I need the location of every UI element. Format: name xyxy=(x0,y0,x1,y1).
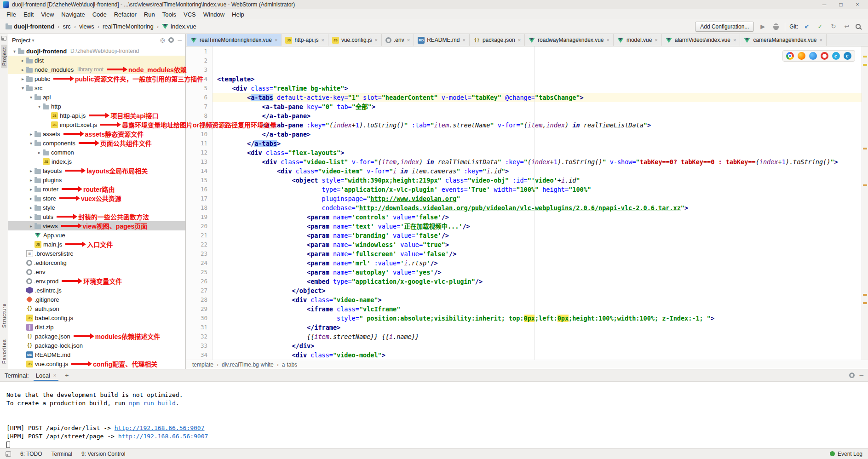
project-panel-title[interactable]: Project xyxy=(12,37,30,44)
stripe-mark[interactable] xyxy=(863,302,867,304)
close-icon[interactable]: × xyxy=(850,0,865,9)
tree-expand-icon[interactable]: ▸ xyxy=(28,168,34,173)
editor-tab-package-json[interactable]: package.json× xyxy=(470,34,525,46)
debug-icon[interactable] xyxy=(771,22,781,31)
code-line-27[interactable]: style=" position:absolute;visibility:inh… xyxy=(217,314,862,323)
code-line-10[interactable]: <div class="video-list" v-for="(item,ind… xyxy=(217,157,862,166)
tree-item-assets[interactable]: ▸assetsassets静态资源文件 xyxy=(8,129,185,138)
editor-tab-realtimemonitoring-index-vue[interactable]: realTimeMonitoring\index.vue× xyxy=(187,34,282,46)
code-line-12[interactable]: <object style="width:390px;height:219px"… xyxy=(217,176,862,185)
code-line-24[interactable]: </object> xyxy=(217,286,862,295)
git-history-icon[interactable]: ↻ xyxy=(829,22,838,31)
menu-item-window[interactable]: Window xyxy=(200,10,228,19)
tab-close-icon[interactable]: × xyxy=(275,37,277,43)
tree-collapse-icon[interactable]: ▾ xyxy=(28,141,34,146)
code-line-13[interactable]: type='application/x-vlc-plugin' events='… xyxy=(217,185,862,194)
tree-item-browserslistrc[interactable]: .browserslistrc xyxy=(8,249,185,258)
tab-close-icon[interactable]: × xyxy=(655,37,657,43)
favorites-tool-button[interactable]: Favorites xyxy=(1,337,7,366)
tool-windows-icon[interactable] xyxy=(1,36,6,41)
code-line-5[interactable]: </a-tab-pane> xyxy=(217,111,862,120)
tree-item-http-api-js[interactable]: http-api.js项目相关api接口 xyxy=(8,111,185,120)
project-tool-button[interactable]: Project xyxy=(1,45,7,68)
breadcrumb-item-index-vue[interactable]: index.vue xyxy=(161,23,197,30)
run-icon[interactable]: ▶ xyxy=(758,22,767,31)
editor-breadcrumb-a-tabs[interactable]: a-tabs xyxy=(281,361,298,368)
version-control-button[interactable]: 9: Version Control xyxy=(81,451,125,457)
ie-icon[interactable] xyxy=(832,52,840,60)
tree-item-src[interactable]: ▾src xyxy=(8,83,185,92)
hide-panel-icon[interactable]: ─ xyxy=(178,37,182,43)
code-line-4[interactable]: <a-tab-pane key="0" tab="全部"> xyxy=(217,102,862,111)
tree-item-editorconfig[interactable]: .editorconfig xyxy=(8,258,185,267)
tree-expand-icon[interactable]: ▸ xyxy=(28,224,34,229)
code-line-11[interactable]: <div class="video-item" v-for="i in item… xyxy=(217,166,862,176)
stripe-mark[interactable] xyxy=(863,148,867,149)
tool-window-switcher-icon[interactable] xyxy=(6,451,11,457)
code-line-9[interactable]: <div class="flex-layouts"> xyxy=(217,148,862,157)
minimize-icon[interactable]: ─ xyxy=(816,0,832,9)
tree-item-style[interactable]: ▸style xyxy=(8,203,185,212)
tab-close-icon[interactable]: × xyxy=(321,37,324,43)
tree-item-importexcel-js[interactable]: importExcel.js暴露环境变量地址给图片or视频资源路径复用环境变量 xyxy=(8,120,185,129)
tree-item-router[interactable]: ▸routerrouter路由 xyxy=(8,184,185,194)
tree-expand-icon[interactable]: ▸ xyxy=(36,150,43,155)
code-line-28[interactable]: </iframe> xyxy=(217,323,862,332)
editor-breadcrumb-div-realtime-bg-white[interactable]: div.realTime.bg-white xyxy=(221,361,275,368)
tree-collapse-icon[interactable]: ▾ xyxy=(28,95,34,100)
terminal-tab-close-icon[interactable]: × xyxy=(53,373,56,378)
code-line-18[interactable]: <param name='branding' value='false'/> xyxy=(217,231,862,240)
tree-expand-icon[interactable]: ▸ xyxy=(28,205,34,210)
code-line-25[interactable]: <div class="video-name"> xyxy=(217,295,862,304)
breadcrumb-item-src[interactable]: src xyxy=(62,23,71,30)
editor-tab-env[interactable]: .env× xyxy=(382,34,414,46)
code-line-8[interactable]: </a-tabs> xyxy=(217,139,862,148)
tree-expand-icon[interactable]: ▸ xyxy=(28,132,34,137)
terminal-settings-icon[interactable] xyxy=(849,373,855,378)
editor-tab-readme-md[interactable]: README.md× xyxy=(414,34,470,46)
code-line-15[interactable]: codebase="http://downloads.videolan.org/… xyxy=(217,203,862,212)
code-line-17[interactable]: <param name='text' value='正在加载视频中...'/> xyxy=(217,222,862,231)
breadcrumb-item-views[interactable]: views xyxy=(78,23,95,30)
code-line-22[interactable]: <param name='autoplay' value='yes'/> xyxy=(217,268,862,277)
editor-tab-alarmvideos-index-vue[interactable]: alarmVideos\index.vue× xyxy=(662,34,741,46)
code-line-7[interactable]: </a-tab-pane> xyxy=(217,130,862,139)
opera-icon[interactable] xyxy=(821,52,828,60)
code-line-2[interactable]: <div class="realTime bg-white"> xyxy=(217,84,862,93)
menu-item-view[interactable]: View xyxy=(37,10,57,19)
tree-item-dist-zip[interactable]: dist.zip xyxy=(8,322,185,332)
tree-item-plugins[interactable]: ▸plugins xyxy=(8,175,185,184)
code-line-14[interactable]: pluginspage="http://www.videolan.org" xyxy=(217,194,862,203)
menu-item-edit[interactable]: Edit xyxy=(20,10,37,19)
tree-item-store[interactable]: ▸storevuex公共资源 xyxy=(8,194,185,203)
chrome-icon[interactable] xyxy=(786,52,794,60)
tab-close-icon[interactable]: × xyxy=(407,37,410,43)
tree-item-gitignore[interactable]: .gitignore xyxy=(8,295,185,304)
code-line-20[interactable]: <param name='fullscreen' value='false'/> xyxy=(217,249,862,258)
code-line-26[interactable]: <iframe class="vlcIframe" xyxy=(217,304,862,314)
code-line-3[interactable]: <a-tabs default-active-key="1" slot="hea… xyxy=(213,93,862,102)
locate-file-icon[interactable]: ◎ xyxy=(160,37,165,43)
tree-item-components[interactable]: ▾components页面公共组件文件 xyxy=(8,138,185,148)
tab-close-icon[interactable]: × xyxy=(375,37,378,43)
edge-icon[interactable] xyxy=(844,52,851,60)
tree-item-eslintrc-js[interactable]: .eslintrc.js xyxy=(8,286,185,295)
git-commit-icon[interactable]: ✓ xyxy=(816,22,825,31)
todo-button[interactable]: 6: TODO xyxy=(20,451,42,457)
tree-item-app-vue[interactable]: App.vue xyxy=(8,230,185,240)
code-line-16[interactable]: <param name='controls' value='false'/> xyxy=(217,212,862,222)
maximize-icon[interactable]: □ xyxy=(833,0,849,9)
tree-item-layouts[interactable]: ▸layoutslayouts全局布局相关 xyxy=(8,166,185,175)
tree-item-index-js[interactable]: index.js xyxy=(8,157,185,166)
terminal-button[interactable]: Terminal xyxy=(52,451,72,457)
tree-expand-icon[interactable]: ▸ xyxy=(28,178,34,183)
code-lines[interactable]: <template> <div class="realTime bg-white… xyxy=(213,46,862,360)
menu-item-navigate[interactable]: Navigate xyxy=(57,10,88,19)
tab-close-icon[interactable]: × xyxy=(462,37,465,43)
editor-tab-vue-config-js[interactable]: vue.config.js× xyxy=(328,34,382,46)
menu-item-tools[interactable]: Tools xyxy=(159,10,180,19)
tree-collapse-icon[interactable]: ▾ xyxy=(11,49,18,54)
stripe-mark[interactable] xyxy=(863,184,867,186)
search-icon[interactable] xyxy=(856,24,861,29)
code-line-1[interactable]: <template> xyxy=(217,75,862,84)
